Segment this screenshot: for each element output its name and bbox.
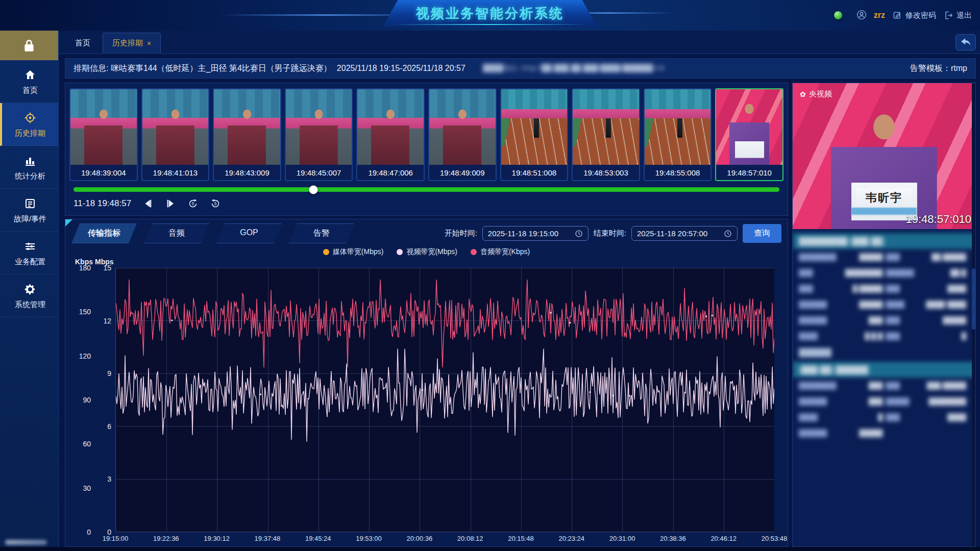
thumbnail-8[interactable]: 19:48:55:008 <box>644 88 712 181</box>
thumbnail-1[interactable]: 19:48:41:013 <box>141 88 210 181</box>
sidebar-item-history-schedule[interactable]: 历史排期 <box>0 103 58 146</box>
y-tick: 3 <box>107 475 111 483</box>
start-time-field[interactable] <box>482 226 589 241</box>
tab-1[interactable]: 历史排期× <box>103 33 161 53</box>
collapse-panel-button[interactable] <box>955 34 976 51</box>
bandwidth-chart-canvas <box>116 268 774 532</box>
detail-label: ██████ <box>799 300 841 308</box>
timeline-progress-bar[interactable] <box>74 187 779 192</box>
forward-5s-button[interactable]: 5 <box>210 198 221 209</box>
thumbnail-0[interactable]: 19:48:39:004 <box>69 88 138 181</box>
tab-label: 首页 <box>75 38 90 48</box>
preview-timestamp: 19:48:57:010 <box>906 213 971 226</box>
sidebar-item-business-config[interactable]: 业务配置 <box>0 232 58 274</box>
metric-tab-2[interactable]: GOP <box>216 223 282 243</box>
main-area: 首页历史排期× 排期信息: 咪咕赛事144（低时延）主_田径 第4比赛日（男子跳… <box>59 31 980 547</box>
x-tick: 20:38:36 <box>660 535 686 542</box>
metric-tab-0[interactable]: 传输指标 <box>71 223 137 243</box>
detail-value: ██.█ <box>921 269 969 277</box>
thumbnail-6[interactable]: 19:48:51:008 <box>500 88 569 181</box>
metrics-header: 传输指标音频GOP告警 开始时间: 结束时间: <box>71 223 781 243</box>
legend-dot-icon <box>397 249 403 255</box>
thumbnail-image <box>70 89 137 165</box>
tab-close-icon[interactable]: × <box>147 39 151 47</box>
metric-tab-1[interactable]: 音频 <box>144 223 209 243</box>
detail-value: ████*████ <box>921 300 969 308</box>
top-header: 视频业务智能分析系统 zrz 修改密码 退出 <box>0 0 980 31</box>
step-forward-button[interactable] <box>165 198 176 209</box>
detail-label: ███ <box>799 285 841 292</box>
thumbnail-5[interactable]: 19:48:49:009 <box>428 88 497 181</box>
thumbnail-panel: 19:48:39:00419:48:41:01319:48:43:00919:4… <box>65 83 788 216</box>
rewind-5s-button[interactable]: 5 <box>187 198 199 209</box>
detail-label: ████ <box>799 332 841 340</box>
alarm-template: 告警模板：rtmp <box>910 63 967 74</box>
lock-button[interactable] <box>0 31 58 60</box>
logout-button[interactable]: 退出 <box>943 10 972 20</box>
detail-label: ████ <box>886 300 920 308</box>
content: 排期信息: 咪咕赛事144（低时延）主_田径 第4比赛日（男子跳远决赛） 202… <box>59 54 980 547</box>
detail-label: ███ <box>886 332 920 340</box>
detail-label: ███ <box>886 253 920 261</box>
thumbnail-4[interactable]: 19:48:47:006 <box>356 88 425 181</box>
video-preview[interactable]: ✿央视频 韦昕宇 19:48:57:010 <box>793 83 975 229</box>
back-arrow-icon <box>960 38 971 47</box>
legend-item[interactable]: 视频带宽(Mbps) <box>397 247 457 257</box>
sidebar-item-system-manage[interactable]: 系统管理 <box>0 274 58 317</box>
metric-tab-3[interactable]: 告警 <box>289 223 354 243</box>
thumbnail-image <box>357 89 424 165</box>
start-time-label: 开始时间: <box>445 229 477 238</box>
step-back-button[interactable] <box>142 198 154 209</box>
thumbnail-2[interactable]: 19:48:43:009 <box>213 88 281 181</box>
logout-icon <box>943 10 953 20</box>
y-tick: 60 <box>83 440 91 448</box>
detail-value: █████ <box>841 253 886 261</box>
forward-5s-icon: 5 <box>210 198 221 209</box>
x-tick: 19:15:00 <box>103 535 129 542</box>
thumbnail-timestamp: 19:48:51:008 <box>501 165 568 180</box>
detail-value: ███ <box>841 316 886 324</box>
change-password-button[interactable]: 修改密码 <box>892 10 936 20</box>
scrollbar-thumb[interactable] <box>972 268 975 330</box>
channel-watermark: ✿央视频 <box>800 89 832 99</box>
center-column: 19:48:39:00419:48:41:01319:48:43:00919:4… <box>65 83 788 547</box>
legend-item[interactable]: 媒体带宽(Mbps) <box>323 247 384 257</box>
thumbnail-timestamp: 19:48:53:003 <box>573 165 639 180</box>
detail-label: ███ <box>886 382 920 389</box>
stream-detail-sections: █████████ [███-██]██████████████████.███… <box>793 229 975 546</box>
detail-value: █ <box>841 413 886 421</box>
end-time-input[interactable] <box>637 229 719 238</box>
thumbnail-image <box>716 89 782 165</box>
progress-knob[interactable] <box>309 185 318 194</box>
legend-item[interactable]: 音频带宽(Kbps) <box>471 247 530 257</box>
thumbnail-3[interactable]: 19:48:45:007 <box>285 88 353 181</box>
chart-legend: 媒体带宽(Mbps)视频带宽(Mbps)音频带宽(Kbps) <box>71 243 781 258</box>
sidebar-item-label: 系统管理 <box>15 300 45 310</box>
thumbnail-9[interactable]: 19:48:57:010 <box>715 88 783 181</box>
chart-plot[interactable] <box>115 268 774 532</box>
start-time-input[interactable] <box>488 229 570 238</box>
sidebar-item-label: 历史排期 <box>15 129 45 138</box>
thumbnail-7[interactable]: 19:48:53:003 <box>572 88 640 181</box>
detail-value: ███ <box>841 382 886 389</box>
legend-label: 视频带宽(Mbps) <box>406 247 457 257</box>
query-button[interactable]: 查询 <box>743 224 781 243</box>
channel-logo-icon: ✿ <box>800 90 806 98</box>
schedule-time-range: 2025/11/18 19:15-2025/11/18 20:57 <box>337 64 465 73</box>
y-tick: 120 <box>79 352 91 360</box>
thumbnail-timestamp: 19:48:41:013 <box>142 165 209 180</box>
detail-label: ███ <box>886 316 920 324</box>
gear-icon <box>23 283 37 296</box>
progress-row <box>69 181 783 194</box>
sidebar-item-statistics[interactable]: 统计分析 <box>0 146 58 189</box>
sidebar-item-home[interactable]: 首页 <box>0 60 58 103</box>
thumbnail-image <box>429 89 496 165</box>
right-panel-scrollbar[interactable] <box>972 83 975 546</box>
sidebar-item-fault-event[interactable]: 故障/事件 <box>0 189 58 232</box>
y-tick: 30 <box>83 484 91 492</box>
clock-icon <box>575 230 583 238</box>
x-tick: 19:30:12 <box>204 535 230 542</box>
rewind-5s-icon: 5 <box>187 198 199 209</box>
tab-0[interactable]: 首页 <box>66 33 100 53</box>
end-time-field[interactable] <box>631 226 738 241</box>
